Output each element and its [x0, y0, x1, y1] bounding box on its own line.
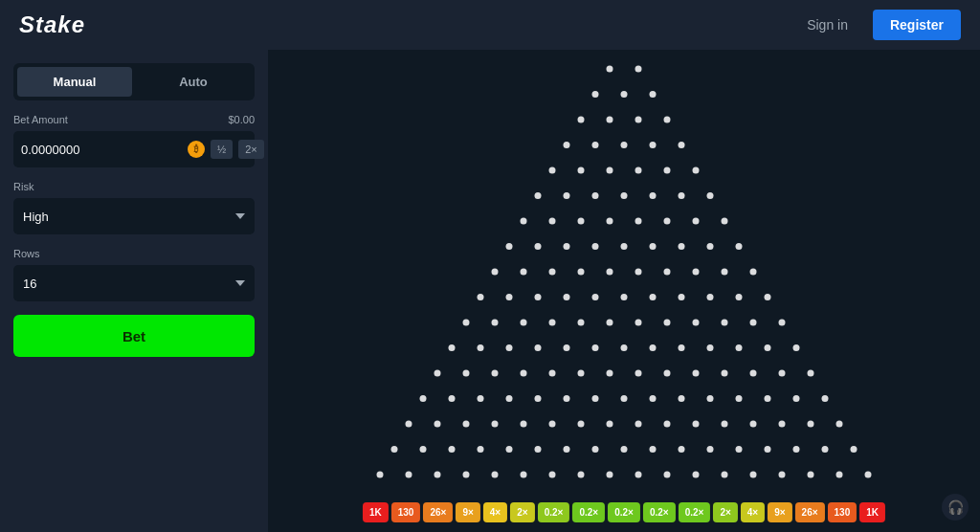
multiplier-chip: 0.2× [608, 502, 640, 522]
rows-label-row: Rows [13, 248, 255, 259]
half-button[interactable]: ½ [211, 140, 233, 159]
double-button[interactable]: 2× [238, 140, 264, 159]
rows-section: Rows 16 [13, 248, 255, 301]
bet-amount-label-row: Bet Amount $0.00 [13, 114, 255, 125]
chevron-down-icon [235, 280, 245, 286]
logo: Stake [19, 11, 85, 38]
rows-dropdown[interactable]: 16 [13, 265, 255, 301]
multiplier-chip: 0.2× [679, 502, 711, 522]
multiplier-chip: 130 [391, 502, 421, 522]
mode-tabs: Manual Auto [13, 63, 255, 100]
tab-auto[interactable]: Auto [136, 67, 251, 97]
bet-amount-input[interactable] [21, 143, 182, 157]
rows-label: Rows [13, 248, 40, 259]
game-area: 1K13026×9×4×2×0.2×0.2×0.2×0.2×0.2×2×4×9×… [268, 50, 980, 532]
multiplier-chip: 0.2× [572, 502, 605, 522]
multiplier-chip: 2× [510, 502, 534, 522]
multiplier-chip: 1K [363, 502, 389, 522]
bet-amount-value: $0.00 [228, 114, 255, 125]
header-right: Sign in Register [793, 10, 961, 40]
risk-section: Risk High [13, 181, 255, 234]
bet-amount-section: Bet Amount $0.00 ₿ ½ 2× Max [13, 114, 255, 167]
register-button[interactable]: Register [873, 10, 961, 40]
multiplier-bar: 1K13026×9×4×2×0.2×0.2×0.2×0.2×0.2×2×4×9×… [363, 502, 885, 522]
multiplier-chip: 26× [795, 502, 825, 522]
sidebar: Manual Auto Bet Amount $0.00 ₿ ½ 2× Max … [0, 50, 268, 532]
coin-icon: ₿ [188, 141, 205, 158]
risk-selected: High [23, 210, 49, 224]
chevron-down-icon [235, 213, 245, 219]
multiplier-chip: 0.2× [643, 502, 676, 522]
multiplier-chip: 4× [483, 502, 507, 522]
bet-amount-label: Bet Amount [13, 114, 68, 125]
bet-input-row: ₿ ½ 2× Max [13, 131, 255, 167]
bet-button[interactable]: Bet [13, 315, 255, 357]
multiplier-chip: 0.2× [538, 502, 570, 522]
risk-dropdown[interactable]: High [13, 198, 255, 234]
multiplier-chip: 9× [456, 502, 479, 522]
multiplier-chip: 1K [859, 502, 885, 522]
main-content: Manual Auto Bet Amount $0.00 ₿ ½ 2× Max … [0, 50, 980, 532]
header: Stake Sign in Register [0, 0, 980, 50]
multiplier-chip: 26× [423, 502, 453, 522]
support-icon[interactable]: 🎧 [942, 494, 969, 521]
risk-label: Risk [13, 181, 33, 192]
multiplier-chip: 9× [768, 502, 791, 522]
risk-label-row: Risk [13, 181, 255, 192]
sign-in-button[interactable]: Sign in [793, 10, 861, 40]
multiplier-chip: 130 [828, 502, 858, 522]
plinko-canvas [268, 50, 980, 532]
multiplier-chip: 2× [713, 502, 737, 522]
multiplier-chip: 4× [741, 502, 765, 522]
tab-manual[interactable]: Manual [17, 67, 132, 97]
rows-selected: 16 [23, 277, 36, 291]
